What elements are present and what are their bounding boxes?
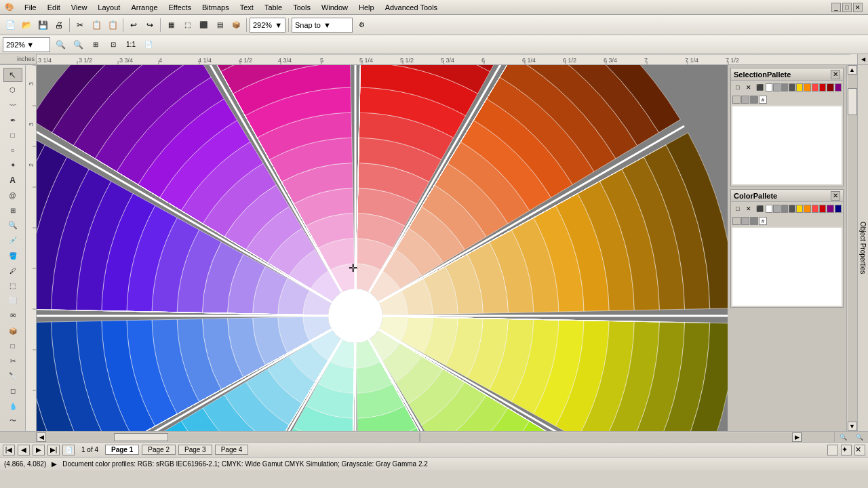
menu-window[interactable]: Window — [316, 2, 353, 13]
tool-smart-fill[interactable]: 🖊 — [3, 264, 22, 278]
tb-icon5[interactable]: 📦 — [229, 18, 243, 33]
sp2-btn2[interactable] — [741, 96, 749, 104]
prev-page-btn[interactable]: ◀ — [18, 445, 30, 455]
scroll-up-btn[interactable]: ▲ — [848, 65, 857, 75]
tool-zoom[interactable]: 🔍 — [3, 218, 22, 232]
sp-red[interactable] — [812, 83, 818, 92]
menu-arrange[interactable]: Arrange — [125, 2, 163, 13]
tool-rect[interactable]: □ — [3, 128, 22, 142]
cp2-hash[interactable]: # — [759, 217, 767, 225]
tool-crop[interactable]: ✂ — [3, 354, 22, 368]
menu-tools[interactable]: Tools — [288, 2, 316, 13]
sp-dred2[interactable] — [827, 83, 833, 92]
copy-btn[interactable]: 📋 — [89, 18, 104, 33]
minimize-btn[interactable]: _ — [831, 3, 841, 12]
new-btn[interactable]: 📄 — [3, 18, 18, 33]
menu-view[interactable]: View — [66, 2, 93, 13]
open-btn[interactable]: 📂 — [19, 18, 34, 33]
sp-dred[interactable] — [819, 83, 826, 92]
sp2-btn3[interactable] — [750, 96, 758, 104]
scroll-down-btn[interactable]: ▼ — [848, 422, 857, 431]
last-page-btn[interactable]: ▶| — [47, 445, 60, 455]
bottom-zoom-in[interactable]: 🔍 — [856, 434, 863, 441]
page-3-btn[interactable]: Page 3 — [178, 445, 212, 455]
tool-text[interactable]: A — [3, 173, 22, 187]
cp-yellow[interactable] — [796, 205, 803, 213]
color-palette-close[interactable]: ✕ — [831, 191, 840, 201]
menu-edit[interactable]: Edit — [42, 2, 66, 13]
cp-orange[interactable] — [804, 205, 810, 213]
canvas-area[interactable]: ✛ — [37, 65, 728, 431]
sp-orange[interactable] — [804, 83, 810, 92]
h-split-handle[interactable] — [419, 432, 420, 442]
tool-envelope[interactable]: ✉ — [3, 308, 22, 323]
tool-roughen[interactable]: 〜 — [3, 414, 22, 428]
zoom-input[interactable]: 292% ▼ — [3, 37, 50, 52]
sp-yellow[interactable] — [796, 83, 803, 92]
sp-purple[interactable] — [835, 83, 842, 92]
cp-ddgray[interactable] — [789, 205, 795, 213]
cp-gray[interactable] — [773, 205, 780, 213]
zoom-page-btn[interactable]: 📄 — [141, 37, 156, 52]
tool-spiral[interactable]: @ — [3, 188, 22, 203]
tb-icon3[interactable]: ⬛ — [196, 18, 211, 33]
menu-effects[interactable]: Effects — [163, 2, 197, 13]
tool-fill[interactable]: 🪣 — [3, 248, 22, 262]
tb-icon2[interactable]: ⬚ — [180, 18, 195, 33]
cp2-btn1[interactable] — [732, 217, 741, 225]
maximize-btn[interactable]: □ — [842, 3, 852, 12]
ruler-collapse-btn[interactable]: ◀ — [857, 54, 868, 64]
h-scroll-track[interactable] — [46, 432, 792, 442]
cp2-btn2[interactable] — [741, 217, 749, 225]
add-page-btn[interactable]: 📄 — [62, 445, 75, 455]
tool-smooth[interactable]: 〰 — [3, 98, 22, 112]
tool-contour[interactable]: ⬜ — [3, 293, 22, 308]
first-page-btn[interactable]: |◀ — [3, 445, 15, 455]
bottom-zoom-out[interactable]: 🔍 — [840, 434, 847, 441]
zoom-dropdown[interactable]: 292% ▼ — [250, 18, 285, 33]
color-mode-btn[interactable] — [827, 445, 838, 455]
cp-btn2[interactable]: ✕ — [743, 203, 753, 214]
menu-advanced-tools[interactable]: Advanced Tools — [380, 2, 443, 13]
v-scroll-track[interactable] — [848, 75, 857, 422]
undo-btn[interactable]: ↩ — [126, 18, 141, 33]
menu-text[interactable]: Text — [235, 2, 259, 13]
zoom-full-btn[interactable]: ⊞ — [88, 37, 103, 52]
close-btn[interactable]: ✕ — [853, 3, 863, 12]
tool-ellipse[interactable]: ○ — [3, 143, 22, 157]
h-scroll-thumb[interactable] — [114, 433, 168, 441]
tb-icon1[interactable]: ▦ — [163, 18, 178, 33]
cp-dred[interactable] — [819, 205, 826, 213]
menu-table[interactable]: Table — [259, 2, 288, 13]
sp-ddgray[interactable] — [789, 83, 795, 92]
snap-dropdown[interactable]: Snap to ▼ — [292, 18, 353, 33]
tool-knife[interactable]: 🔪 — [3, 369, 22, 383]
zoom-actual-btn[interactable]: 1:1 — [123, 37, 138, 52]
cut-btn[interactable]: ✂ — [73, 18, 87, 33]
sp2-btn1[interactable] — [732, 96, 741, 104]
cp-purple[interactable] — [827, 205, 833, 213]
print-btn[interactable]: 🖨 — [52, 18, 66, 33]
sp-btn3[interactable]: ⬛ — [755, 82, 765, 93]
selection-palette-close[interactable]: ✕ — [831, 70, 840, 79]
sp-btn2[interactable]: ✕ — [743, 82, 753, 93]
paste-btn[interactable]: 📋 — [105, 18, 120, 33]
cp-btn3[interactable]: ⬛ — [755, 203, 765, 214]
next-page-btn[interactable]: ▶ — [33, 445, 45, 455]
zoom-out-btn[interactable]: 🔍 — [53, 37, 68, 52]
tool-table[interactable]: ⊞ — [3, 203, 22, 218]
page-4-btn[interactable]: Page 4 — [215, 445, 249, 455]
fill-indicator[interactable]: ✦ — [841, 445, 852, 455]
cp-red[interactable] — [812, 205, 818, 213]
sp-white[interactable] — [766, 83, 772, 92]
tool-extrude[interactable]: 📦 — [3, 323, 22, 338]
snap-settings-btn[interactable]: ⚙ — [354, 18, 369, 33]
sp-gray[interactable] — [773, 83, 780, 92]
object-properties-tab[interactable]: Object Properties — [857, 65, 868, 431]
menu-help[interactable]: Help — [353, 2, 380, 13]
redo-btn[interactable]: ↪ — [142, 18, 157, 33]
sp-dgray[interactable] — [781, 83, 788, 92]
zoom-fit-btn[interactable]: ⊡ — [106, 37, 121, 52]
menu-bitmaps[interactable]: Bitmaps — [197, 2, 235, 13]
sp2-hash[interactable]: # — [759, 96, 767, 104]
